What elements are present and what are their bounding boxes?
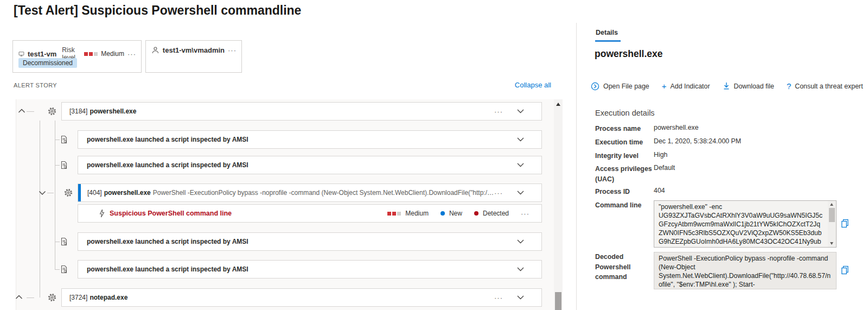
command-line-scrollbar[interactable]	[828, 201, 836, 247]
tab-active-underline	[595, 40, 621, 42]
process-row-3724[interactable]: [3724] notepad.exe ···	[61, 288, 542, 307]
download-icon	[723, 82, 730, 90]
field-label: Access privileges (UAC)	[595, 164, 654, 184]
copy-command-line-icon[interactable]	[841, 219, 849, 228]
tab-details[interactable]: Details	[596, 29, 618, 36]
field-label: Process ID	[595, 187, 654, 197]
field-execution-time: Execution time Dec 1, 2020, 5:38:24.000 …	[595, 137, 845, 148]
tree-connector	[27, 298, 34, 298]
open-file-page-label: Open File page	[603, 83, 649, 90]
collapse-chevron-up-3184[interactable]	[18, 109, 25, 113]
expand-chevron-icon[interactable]	[517, 239, 524, 244]
process-row-404-selected[interactable]: [404] powershell.exe PowerShell -Executi…	[78, 184, 542, 202]
gear-icon-404	[64, 188, 73, 197]
execution-details-heading: Execution details	[595, 109, 655, 117]
tree-guide-children	[55, 121, 55, 269]
tree-connector	[55, 140, 60, 140]
severity-indicator	[387, 212, 401, 216]
add-indicator-label: Add Indicator	[671, 83, 710, 90]
device-entity-card[interactable]: test1-vm Risk level Medium ··· Decommiss…	[12, 40, 142, 73]
process-name: powershell.exe	[104, 189, 151, 197]
process-name: notepad.exe	[90, 294, 127, 301]
scroll-thumb[interactable]	[829, 208, 835, 222]
scroll-thumb[interactable]	[555, 292, 561, 310]
tree-connector	[27, 111, 34, 112]
open-file-page-button[interactable]: Open File page	[591, 82, 649, 91]
alert-story-scrollbar[interactable]	[554, 99, 563, 310]
row-menu-button[interactable]: ···	[494, 189, 503, 197]
status-badge: Decommissioned	[18, 58, 77, 68]
field-value: Dec 1, 2020, 5:38:24.000 PM	[654, 137, 741, 148]
row-menu-button[interactable]: ···	[494, 107, 503, 116]
expand-chevron-icon[interactable]	[517, 163, 524, 167]
tree-connector	[47, 193, 54, 193]
expand-chevron-icon[interactable]	[517, 267, 524, 271]
event-row-amsi-4[interactable]: powershell.exe launched a script inspect…	[78, 260, 542, 279]
download-file-button[interactable]: Download file	[723, 82, 774, 90]
event-label: powershell.exe launched a script inspect…	[78, 265, 248, 273]
tree-connector	[55, 242, 60, 242]
collapse-all-link[interactable]: Collapse all	[503, 81, 551, 89]
field-value: Default	[654, 164, 675, 184]
field-access-privileges: Access privileges (UAC) Default	[595, 164, 845, 184]
field-process-id: Process ID 404	[595, 187, 845, 197]
expand-chevron-icon[interactable]	[517, 109, 524, 113]
field-label: Process name	[595, 124, 654, 134]
decoded-command-box[interactable]: PowerShell -ExecutionPolicy bypass -nopr…	[654, 252, 837, 289]
collapse-chevron-down-404[interactable]	[39, 191, 46, 195]
details-action-bar: Open File page + Add Indicator Download …	[591, 81, 863, 91]
expand-chevron-icon[interactable]	[517, 295, 524, 300]
status-detected-label: Detected	[483, 210, 509, 217]
field-label: Integrity level	[595, 151, 654, 161]
expand-chevron-icon[interactable]	[517, 191, 524, 195]
alert-row-suspicious-powershell[interactable]: Suspicious PowerShell command line Mediu…	[78, 204, 542, 223]
risk-severity-indicator	[84, 52, 98, 56]
page-title: [Test Alert] Suspicious Powershell comma…	[14, 3, 301, 18]
user-entity-card[interactable]: test1-vm\vmadmin ···	[145, 40, 242, 73]
tree-guide-root	[40, 121, 40, 298]
status-new-label: New	[449, 210, 462, 217]
scroll-down-arrow[interactable]	[830, 242, 833, 245]
row-menu-button[interactable]: ···	[521, 210, 529, 218]
process-pid: [3724]	[69, 294, 87, 301]
user-icon	[151, 46, 159, 54]
copy-decoded-command-icon[interactable]	[841, 265, 849, 275]
row-menu-button[interactable]: ···	[494, 294, 503, 302]
scroll-up-arrow[interactable]	[556, 103, 560, 106]
script-event-icon	[60, 265, 68, 274]
event-label: powershell.exe launched a script inspect…	[78, 161, 248, 169]
process-pid: [3184]	[69, 107, 87, 115]
script-event-icon	[60, 237, 68, 246]
tree-connector	[55, 165, 60, 166]
tree-connector	[55, 269, 60, 270]
process-name: powershell.exe	[90, 107, 136, 115]
expand-chevron-icon[interactable]	[517, 137, 524, 142]
event-label: powershell.exe launched a script inspect…	[78, 238, 248, 245]
process-row-3184[interactable]: [3184] powershell.exe ···	[61, 102, 542, 121]
field-value: 404	[654, 187, 665, 197]
command-preview: PowerShell -ExecutionPolicy bypass -nopr…	[153, 189, 494, 197]
user-name: test1-vm\vmadmin	[163, 46, 225, 54]
consult-label: Consult a threat expert	[795, 83, 863, 90]
command-line-box[interactable]: "powershell.exe" -enc UG93ZXJTaGVsbCAtRX…	[654, 200, 837, 248]
event-row-amsi-3[interactable]: powershell.exe launched a script inspect…	[78, 232, 542, 251]
event-row-amsi-2[interactable]: powershell.exe launched a script inspect…	[78, 156, 542, 174]
alert-title: Suspicious PowerShell command line	[110, 210, 232, 217]
device-menu-button[interactable]: ···	[127, 50, 136, 58]
consult-threat-expert-button[interactable]: ? Consult a threat expert	[787, 81, 863, 91]
question-icon: ?	[787, 81, 791, 91]
collapse-chevron-up-3724[interactable]	[15, 295, 23, 300]
status-detected-dot	[474, 211, 478, 216]
add-indicator-button[interactable]: + Add Indicator	[662, 81, 710, 91]
details-title: powershell.exe	[595, 48, 662, 60]
event-row-amsi-1[interactable]: powershell.exe launched a script inspect…	[78, 130, 542, 149]
device-name: test1-vm	[28, 50, 56, 58]
field-label: Decoded Powershell command	[595, 252, 639, 282]
scroll-up-arrow[interactable]	[830, 203, 833, 206]
field-value: powershell.exe	[654, 124, 699, 134]
selection-indicator	[78, 184, 81, 201]
open-page-icon	[591, 82, 599, 91]
user-menu-button[interactable]: ···	[228, 46, 237, 54]
risk-level-value: Medium	[101, 50, 124, 58]
process-pid: [404]	[87, 189, 102, 197]
